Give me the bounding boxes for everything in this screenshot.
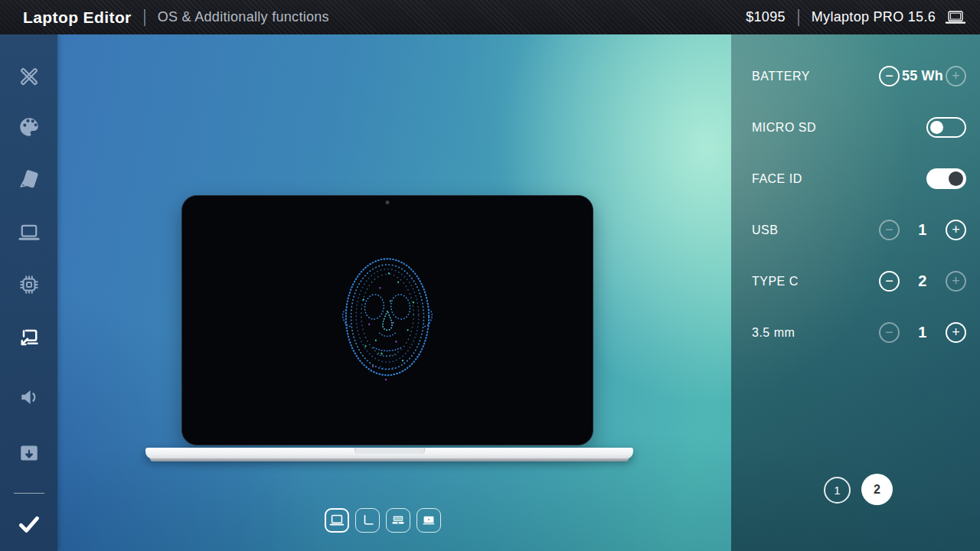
top-bar: Laptop Editor OS & Additionally function… xyxy=(0,0,980,34)
battery-plus-button[interactable]: + xyxy=(946,66,966,86)
laptop-front-view-icon[interactable] xyxy=(325,508,349,533)
laptop-base-notch xyxy=(354,448,425,454)
topbar-divider-right xyxy=(798,9,799,26)
cpu-icon[interactable] xyxy=(18,273,41,296)
audio-jack-value: 1 xyxy=(900,324,946,341)
preview-canvas xyxy=(57,34,731,551)
type-c-label: TYPE C xyxy=(752,275,799,289)
face-id-label: FACE ID xyxy=(752,172,802,186)
laptop-closed-view-icon[interactable] xyxy=(416,508,441,533)
toggle-knob xyxy=(930,121,943,134)
page-1-button[interactable]: 1 xyxy=(824,477,851,504)
laptop-base xyxy=(145,448,633,459)
type-c-value: 2 xyxy=(900,272,946,290)
battery-stepper: − 55 Wh + xyxy=(879,66,966,86)
settings-rows: BATTERY − 55 Wh + MICRO SD FACE ID xyxy=(731,34,980,358)
audio-jack-stepper: − 1 + xyxy=(879,322,966,343)
stickers-icon[interactable] xyxy=(18,168,41,191)
price-value: $1095 xyxy=(746,9,786,25)
audio-jack-plus-button[interactable]: + xyxy=(946,322,966,343)
setting-row-type-c: TYPE C − 2 + xyxy=(731,256,980,307)
laptop-view-icon[interactable] xyxy=(18,221,41,244)
setting-row-battery: BATTERY − 55 Wh + xyxy=(731,51,980,102)
face-id-point-cloud xyxy=(329,243,446,398)
face-id-toggle[interactable] xyxy=(926,168,966,189)
view-switcher xyxy=(325,508,441,533)
battery-label: BATTERY xyxy=(752,70,810,83)
laptop-icon xyxy=(945,10,966,25)
laptop-side-view-icon[interactable] xyxy=(355,508,380,533)
laptop-keyboard-view-icon[interactable] xyxy=(386,508,410,533)
laptop-screen-preview[interactable] xyxy=(181,195,593,445)
audio-jack-minus-button[interactable]: − xyxy=(879,322,900,343)
audio-jack-label: 3.5 mm xyxy=(752,326,795,340)
settings-panel: BATTERY − 55 Wh + MICRO SD FACE ID xyxy=(731,34,980,551)
confirm-check-icon[interactable] xyxy=(16,510,42,536)
setting-row-face-id: FACE ID xyxy=(731,153,980,204)
palette-icon[interactable] xyxy=(18,116,41,139)
usb-value: 1 xyxy=(900,221,946,239)
topbar-right: $1095 Mylaptop PRO 15.6 xyxy=(746,9,966,26)
usb-stepper: − 1 + xyxy=(879,220,966,240)
type-c-stepper: − 2 + xyxy=(879,271,966,292)
usb-minus-button[interactable]: − xyxy=(879,220,900,240)
screen-resize-icon[interactable] xyxy=(18,325,41,348)
webcam-dot xyxy=(386,201,390,204)
app-logo: Laptop Editor xyxy=(23,8,132,27)
setting-row-audio-jack: 3.5 mm − 1 + xyxy=(731,307,980,358)
usb-label: USB xyxy=(752,223,778,237)
type-c-plus-button[interactable]: + xyxy=(946,271,966,292)
sidebar-divider xyxy=(14,493,44,494)
battery-value: 55 Wh xyxy=(900,68,946,84)
download-icon[interactable] xyxy=(18,442,41,465)
micro-sd-label: MICRO SD xyxy=(752,121,816,135)
tools-sidebar xyxy=(0,34,57,551)
toggle-knob xyxy=(949,171,963,186)
page-2-button[interactable]: 2 xyxy=(861,474,893,505)
panel-pagination: 1 2 xyxy=(731,474,980,512)
volume-icon[interactable] xyxy=(18,386,41,409)
usb-plus-button[interactable]: + xyxy=(946,220,966,240)
micro-sd-toggle[interactable] xyxy=(926,117,966,138)
model-name: Mylaptop PRO 15.6 xyxy=(812,9,936,25)
setting-row-micro-sd: MICRO SD xyxy=(731,102,980,153)
laptop-editor-app: Laptop Editor OS & Additionally function… xyxy=(0,0,980,551)
battery-minus-button[interactable]: − xyxy=(879,66,900,86)
page-title: OS & Additionally functions xyxy=(158,9,329,25)
topbar-divider xyxy=(144,9,145,26)
design-tools-icon[interactable] xyxy=(18,65,41,88)
setting-row-usb: USB − 1 + xyxy=(731,204,980,256)
type-c-minus-button[interactable]: − xyxy=(879,271,900,292)
